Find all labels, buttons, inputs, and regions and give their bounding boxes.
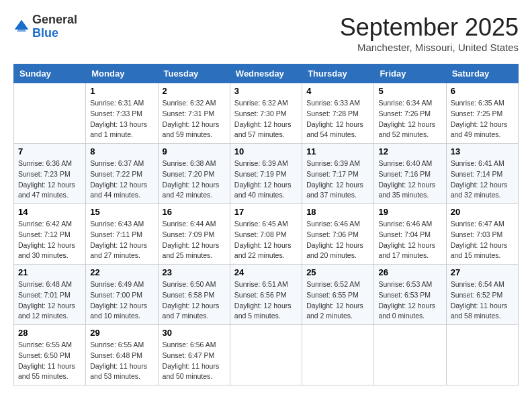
day-info: Sunrise: 6:50 AMSunset: 6:58 PMDaylight:… <box>163 279 226 322</box>
calendar-cell: 13Sunrise: 6:41 AMSunset: 7:14 PMDayligh… <box>446 144 518 204</box>
weekday-header-thursday: Thursday <box>302 64 374 83</box>
day-number: 16 <box>163 207 226 217</box>
calendar-cell <box>302 325 374 385</box>
calendar-cell: 20Sunrise: 6:47 AMSunset: 7:03 PMDayligh… <box>446 204 518 265</box>
day-info: Sunrise: 6:32 AMSunset: 7:31 PMDaylight:… <box>163 98 226 140</box>
day-info: Sunrise: 6:36 AMSunset: 7:23 PMDaylight:… <box>18 158 81 201</box>
day-info: Sunrise: 6:40 AMSunset: 7:16 PMDaylight:… <box>378 158 441 201</box>
calendar-cell: 12Sunrise: 6:40 AMSunset: 7:16 PMDayligh… <box>374 144 446 204</box>
day-info: Sunrise: 6:48 AMSunset: 7:01 PMDaylight:… <box>18 279 81 322</box>
day-number: 9 <box>163 146 226 156</box>
weekday-header-tuesday: Tuesday <box>158 64 230 83</box>
calendar-cell: 8Sunrise: 6:37 AMSunset: 7:22 PMDaylight… <box>86 144 158 204</box>
logo-icon <box>13 19 30 35</box>
weekday-header-saturday: Saturday <box>446 64 518 83</box>
day-number: 26 <box>378 267 441 277</box>
day-number: 20 <box>451 207 514 217</box>
calendar-cell: 16Sunrise: 6:44 AMSunset: 7:09 PMDayligh… <box>158 204 230 265</box>
day-number: 28 <box>18 328 81 338</box>
calendar-cell <box>446 325 518 385</box>
day-info: Sunrise: 6:49 AMSunset: 7:00 PMDaylight:… <box>90 279 153 322</box>
calendar-cell <box>230 325 302 385</box>
weekday-header-monday: Monday <box>86 64 158 83</box>
weekday-header-wednesday: Wednesday <box>230 64 302 83</box>
calendar-table: SundayMondayTuesdayWednesdayThursdayFrid… <box>13 64 519 385</box>
calendar-cell: 3Sunrise: 6:32 AMSunset: 7:30 PMDaylight… <box>230 83 302 144</box>
day-number: 18 <box>306 207 369 217</box>
day-info: Sunrise: 6:44 AMSunset: 7:09 PMDaylight:… <box>163 219 226 261</box>
calendar-cell: 25Sunrise: 6:52 AMSunset: 6:55 PMDayligh… <box>302 265 374 325</box>
day-info: Sunrise: 6:43 AMSunset: 7:11 PMDaylight:… <box>90 219 153 261</box>
day-number: 13 <box>451 146 514 156</box>
day-number: 1 <box>90 86 153 96</box>
page-header: General Blue September 2025 Manchester, … <box>13 13 519 53</box>
calendar-cell: 22Sunrise: 6:49 AMSunset: 7:00 PMDayligh… <box>86 265 158 325</box>
day-info: Sunrise: 6:47 AMSunset: 7:03 PMDaylight:… <box>451 219 514 261</box>
calendar-cell: 2Sunrise: 6:32 AMSunset: 7:31 PMDaylight… <box>158 83 230 144</box>
day-number: 27 <box>451 267 514 277</box>
calendar-cell: 29Sunrise: 6:55 AMSunset: 6:48 PMDayligh… <box>86 325 158 385</box>
day-info: Sunrise: 6:33 AMSunset: 7:28 PMDaylight:… <box>306 98 369 140</box>
day-info: Sunrise: 6:46 AMSunset: 7:04 PMDaylight:… <box>378 219 441 261</box>
calendar-week-row: 7Sunrise: 6:36 AMSunset: 7:23 PMDaylight… <box>14 144 519 204</box>
day-info: Sunrise: 6:38 AMSunset: 7:20 PMDaylight:… <box>163 158 226 201</box>
calendar-cell <box>14 83 86 144</box>
calendar-cell: 26Sunrise: 6:53 AMSunset: 6:53 PMDayligh… <box>374 265 446 325</box>
month-title: September 2025 <box>340 13 519 42</box>
day-info: Sunrise: 6:34 AMSunset: 7:26 PMDaylight:… <box>378 98 441 140</box>
weekday-header-row: SundayMondayTuesdayWednesdayThursdayFrid… <box>14 64 519 83</box>
weekday-header-sunday: Sunday <box>14 64 86 83</box>
calendar-cell: 1Sunrise: 6:31 AMSunset: 7:33 PMDaylight… <box>86 83 158 144</box>
day-info: Sunrise: 6:42 AMSunset: 7:12 PMDaylight:… <box>18 219 81 261</box>
calendar-cell: 21Sunrise: 6:48 AMSunset: 7:01 PMDayligh… <box>14 265 86 325</box>
day-info: Sunrise: 6:41 AMSunset: 7:14 PMDaylight:… <box>451 158 514 201</box>
calendar-week-row: 1Sunrise: 6:31 AMSunset: 7:33 PMDaylight… <box>14 83 519 144</box>
calendar-cell: 23Sunrise: 6:50 AMSunset: 6:58 PMDayligh… <box>158 265 230 325</box>
calendar-cell: 10Sunrise: 6:39 AMSunset: 7:19 PMDayligh… <box>230 144 302 204</box>
day-number: 24 <box>234 267 298 277</box>
day-number: 29 <box>90 328 153 338</box>
calendar-cell: 5Sunrise: 6:34 AMSunset: 7:26 PMDaylight… <box>374 83 446 144</box>
calendar-cell <box>374 325 446 385</box>
title-block: September 2025 Manchester, Missouri, Uni… <box>340 13 519 53</box>
logo: General Blue <box>13 13 77 40</box>
day-number: 25 <box>306 267 369 277</box>
day-info: Sunrise: 6:39 AMSunset: 7:17 PMDaylight:… <box>306 158 369 201</box>
day-number: 17 <box>234 207 298 217</box>
day-info: Sunrise: 6:37 AMSunset: 7:22 PMDaylight:… <box>90 158 153 201</box>
day-info: Sunrise: 6:56 AMSunset: 6:47 PMDaylight:… <box>163 340 226 382</box>
weekday-header-friday: Friday <box>374 64 446 83</box>
day-number: 23 <box>163 267 226 277</box>
day-info: Sunrise: 6:31 AMSunset: 7:33 PMDaylight:… <box>90 98 153 140</box>
day-info: Sunrise: 6:53 AMSunset: 6:53 PMDaylight:… <box>378 279 441 322</box>
calendar-week-row: 21Sunrise: 6:48 AMSunset: 7:01 PMDayligh… <box>14 265 519 325</box>
day-number: 11 <box>306 146 369 156</box>
day-number: 14 <box>18 207 81 217</box>
calendar-cell: 11Sunrise: 6:39 AMSunset: 7:17 PMDayligh… <box>302 144 374 204</box>
calendar-cell: 24Sunrise: 6:51 AMSunset: 6:56 PMDayligh… <box>230 265 302 325</box>
calendar-cell: 28Sunrise: 6:55 AMSunset: 6:50 PMDayligh… <box>14 325 86 385</box>
day-info: Sunrise: 6:54 AMSunset: 6:52 PMDaylight:… <box>451 279 514 322</box>
day-info: Sunrise: 6:55 AMSunset: 6:50 PMDaylight:… <box>18 340 81 382</box>
calendar-cell: 14Sunrise: 6:42 AMSunset: 7:12 PMDayligh… <box>14 204 86 265</box>
calendar-cell: 27Sunrise: 6:54 AMSunset: 6:52 PMDayligh… <box>446 265 518 325</box>
day-info: Sunrise: 6:52 AMSunset: 6:55 PMDaylight:… <box>306 279 369 322</box>
day-info: Sunrise: 6:51 AMSunset: 6:56 PMDaylight:… <box>234 279 298 322</box>
day-number: 19 <box>378 207 441 217</box>
day-number: 12 <box>378 146 441 156</box>
day-number: 6 <box>451 86 514 96</box>
day-number: 3 <box>234 86 298 96</box>
location: Manchester, Missouri, United States <box>340 42 519 53</box>
calendar-cell: 19Sunrise: 6:46 AMSunset: 7:04 PMDayligh… <box>374 204 446 265</box>
calendar-cell: 4Sunrise: 6:33 AMSunset: 7:28 PMDaylight… <box>302 83 374 144</box>
calendar-cell: 15Sunrise: 6:43 AMSunset: 7:11 PMDayligh… <box>86 204 158 265</box>
day-number: 15 <box>90 207 153 217</box>
day-number: 7 <box>18 146 81 156</box>
day-number: 4 <box>306 86 369 96</box>
day-number: 30 <box>163 328 226 338</box>
day-number: 5 <box>378 86 441 96</box>
calendar-cell: 18Sunrise: 6:46 AMSunset: 7:06 PMDayligh… <box>302 204 374 265</box>
day-info: Sunrise: 6:39 AMSunset: 7:19 PMDaylight:… <box>234 158 298 201</box>
day-info: Sunrise: 6:32 AMSunset: 7:30 PMDaylight:… <box>234 98 298 140</box>
day-info: Sunrise: 6:55 AMSunset: 6:48 PMDaylight:… <box>90 340 153 382</box>
